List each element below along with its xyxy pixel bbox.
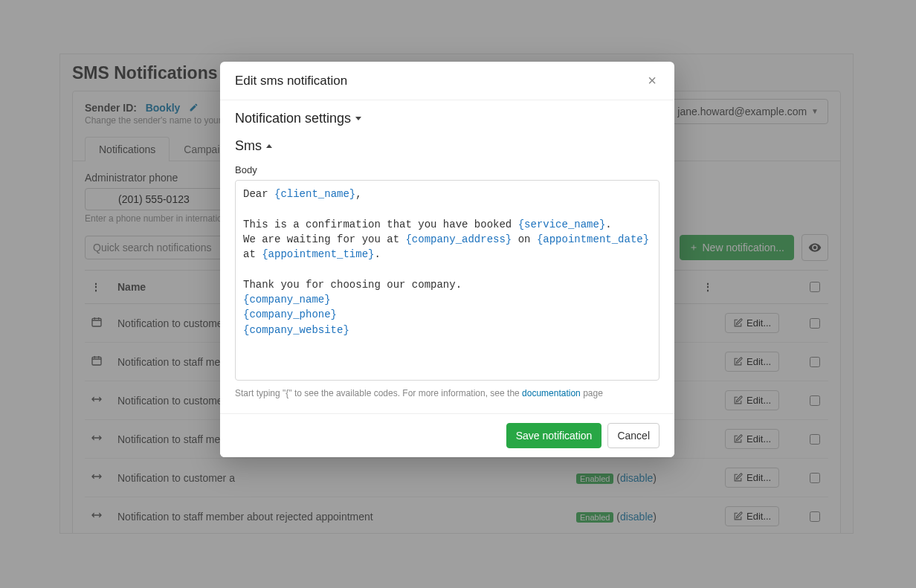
modal-title: Edit sms notification [235, 74, 645, 88]
body-editor[interactable]: Dear {client_name},This is a confirmatio… [235, 180, 659, 381]
cancel-button[interactable]: Cancel [607, 423, 659, 448]
body-hint: Start typing "{" to see the available co… [235, 388, 659, 398]
caret-up-icon [266, 144, 272, 148]
section-sms[interactable]: Sms [235, 131, 659, 158]
save-button[interactable]: Save notification [506, 423, 602, 448]
close-button[interactable]: × [645, 72, 659, 89]
body-label: Body [235, 164, 659, 175]
documentation-link[interactable]: documentation [522, 388, 581, 398]
edit-notification-modal: Edit sms notification × Notification set… [220, 62, 674, 457]
caret-down-icon [355, 117, 361, 120]
section-notification-settings[interactable]: Notification settings [235, 103, 659, 131]
close-icon: × [648, 72, 657, 88]
